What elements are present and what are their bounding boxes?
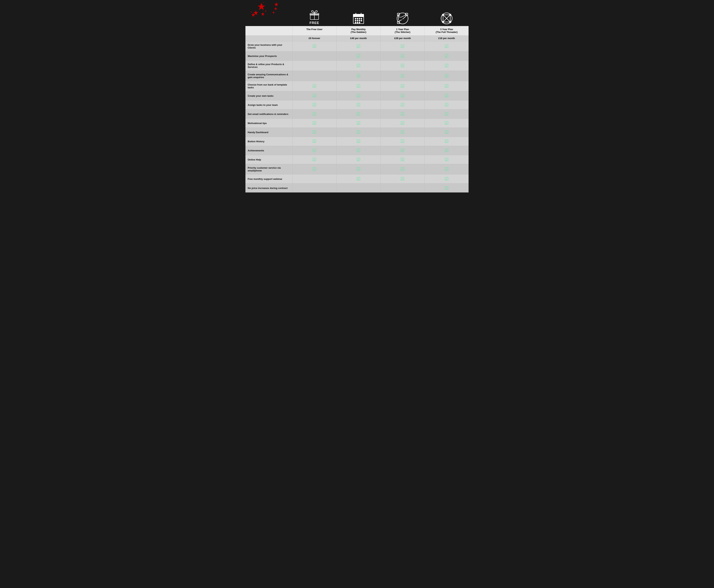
checkmark-icon: ☑ xyxy=(445,93,449,98)
feature-row: Grow your business with your Clients☑☑☑☑ xyxy=(246,41,468,51)
feature-check-cell: ☑ xyxy=(336,174,380,183)
feature-row: Button History☑☑☑☑ xyxy=(246,137,468,146)
feature-check-cell: ☑ xyxy=(380,81,424,91)
feature-check-cell: ☑ xyxy=(292,100,336,109)
svg-marker-11 xyxy=(250,11,252,13)
calendar-icon xyxy=(352,12,365,25)
svg-rect-45 xyxy=(449,21,451,23)
feature-check-cell xyxy=(292,51,336,60)
stars-logo xyxy=(250,1,288,25)
feature-row: Define & refine your Products & Services… xyxy=(246,60,468,71)
feature-label-text: Button History xyxy=(246,137,292,146)
feature-label-text: Motivational tips xyxy=(246,119,292,128)
svg-point-22 xyxy=(359,18,360,19)
checkmark-icon: ☑ xyxy=(356,93,360,98)
feature-check-cell: ☑ xyxy=(380,164,424,174)
price-year1: £28 per month xyxy=(380,35,424,41)
svg-point-26 xyxy=(359,20,360,21)
checkmark-icon: ☑ xyxy=(445,167,449,172)
price-row: £0 forever £40 per month £28 per month £… xyxy=(246,35,468,41)
plan-header-free: FREE xyxy=(292,8,336,26)
checkmark-icon: ☑ xyxy=(312,121,316,126)
checkmark-icon: ☑ xyxy=(400,73,405,79)
svg-point-25 xyxy=(357,20,358,21)
feature-label-text: Achievements xyxy=(246,146,292,155)
checkmark-icon: ☑ xyxy=(356,148,360,153)
feature-check-cell: ☑ xyxy=(424,155,468,164)
checkmark-icon: ☑ xyxy=(445,73,449,79)
checkmark-icon: ☑ xyxy=(445,102,449,107)
feature-check-cell: ☑ xyxy=(424,174,468,183)
feature-row: Create your own tasks☑☑☑☑ xyxy=(246,91,468,100)
feature-label-text: Free monthly support webinar xyxy=(246,174,292,183)
year1-plan-name1: 1 Year Plan xyxy=(382,28,423,31)
feature-label-text: Create your own tasks xyxy=(246,91,292,100)
svg-marker-9 xyxy=(265,10,267,12)
checkmark-icon: ☑ xyxy=(445,148,449,153)
feature-check-cell: ☑ xyxy=(424,146,468,155)
checkmark-icon: ☑ xyxy=(356,63,360,68)
free-plan-label: FREE xyxy=(309,21,319,25)
feature-label-text: Grow your business with your Clients xyxy=(246,41,292,51)
feature-label-text: Priority customer service via email/phon… xyxy=(246,164,292,174)
feature-check-cell: ☑ xyxy=(424,109,468,119)
feature-check-cell: ☑ xyxy=(336,100,380,109)
feature-check-cell: ☑ xyxy=(380,61,424,71)
feature-check-cell: ☑ xyxy=(380,91,424,100)
checkmark-icon: ☑ xyxy=(356,54,360,59)
feature-check-cell: ☑ xyxy=(424,100,468,109)
checkmark-icon: ☑ xyxy=(312,111,316,117)
svg-marker-1 xyxy=(274,2,278,6)
feature-check-cell: ☑ xyxy=(380,174,424,183)
year1-plan-name2: (The Stitcher) xyxy=(382,31,423,34)
checkmark-icon: ☑ xyxy=(400,148,405,153)
feature-check-cell xyxy=(292,174,336,183)
svg-point-27 xyxy=(361,20,362,21)
price-monthly: £40 per month xyxy=(336,35,380,41)
feature-check-cells: ☑☑☑ xyxy=(292,51,468,60)
feature-check-cells: ☑☑☑ xyxy=(292,71,468,81)
feature-row: Get email notifications & reminders☑☑☑☑ xyxy=(246,109,468,119)
feature-row: No price increases during contract☑ xyxy=(246,183,468,192)
checkmark-icon: ☑ xyxy=(356,167,360,172)
feature-check-cell xyxy=(292,184,336,192)
subheader-row: The Free User Pay Monthly (The Dabbler) … xyxy=(246,26,468,35)
feature-check-cell: ☑ xyxy=(380,119,424,128)
checkmark-icon: ☑ xyxy=(400,139,405,144)
feature-check-cells: ☑☑☑☑ xyxy=(292,128,468,137)
gift-icon xyxy=(309,9,320,21)
subheader-label xyxy=(246,26,292,35)
feature-check-cell: ☑ xyxy=(424,119,468,128)
checkmark-icon: ☑ xyxy=(356,44,360,49)
features-table: Grow your business with your Clients☑☑☑☑… xyxy=(246,41,468,192)
svg-marker-6 xyxy=(272,11,275,14)
monthly-plan-name2: (The Dabbler) xyxy=(338,31,379,34)
header: FREE xyxy=(246,0,468,26)
feature-check-cell: ☑ xyxy=(292,109,336,119)
checkmark-icon: ☑ xyxy=(400,167,405,172)
feature-check-cell: ☑ xyxy=(380,71,424,81)
checkmark-icon: ☑ xyxy=(400,93,405,98)
checkmark-icon: ☑ xyxy=(400,44,405,49)
feature-row: Handy Dashboard☑☑☑☑ xyxy=(246,128,468,137)
feature-label-text: Maximise your Prospects xyxy=(246,51,292,60)
feature-check-cells: ☑☑☑☑ xyxy=(292,41,468,51)
checkmark-icon: ☑ xyxy=(312,167,316,172)
checkmark-icon: ☑ xyxy=(445,121,449,126)
checkmark-icon: ☑ xyxy=(445,176,449,182)
checkmark-icon: ☑ xyxy=(356,139,360,144)
feature-row: Assign tasks to your team☑☑☑☑ xyxy=(246,100,468,109)
feature-check-cell xyxy=(292,71,336,81)
feature-check-cell: ☑ xyxy=(424,137,468,146)
feature-check-cell: ☑ xyxy=(336,146,380,155)
checkmark-icon: ☑ xyxy=(445,54,449,59)
checkmark-icon: ☑ xyxy=(445,44,449,49)
feature-check-cell: ☑ xyxy=(380,100,424,109)
feature-check-cell: ☑ xyxy=(336,119,380,128)
feature-check-cells: ☑☑☑☑ xyxy=(292,137,468,146)
feature-check-cell: ☑ xyxy=(336,91,380,100)
feature-check-cells: ☑☑☑☑ xyxy=(292,164,468,174)
year3-plan-name1: 3 Year Plan xyxy=(426,28,467,31)
feature-check-cell: ☑ xyxy=(336,109,380,119)
checkmark-icon: ☑ xyxy=(356,157,360,162)
